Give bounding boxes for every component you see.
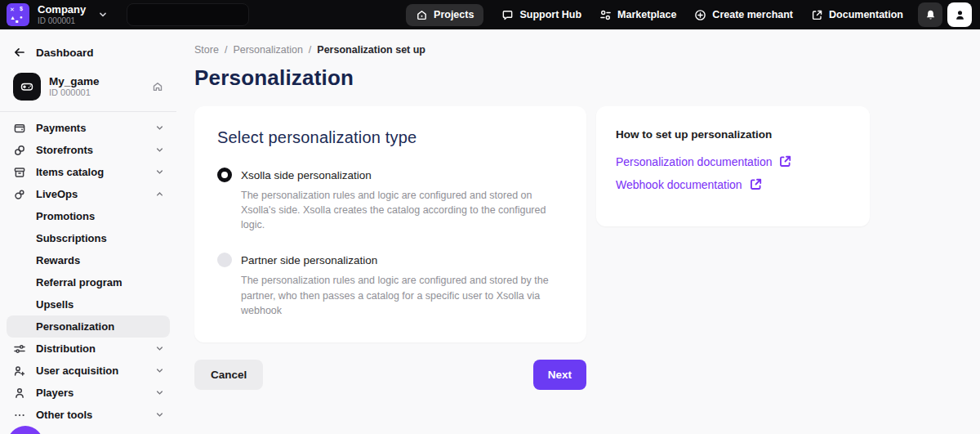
chevron-down-icon xyxy=(154,145,165,155)
chevron-down-icon xyxy=(154,123,165,133)
sidebar-item-upsells[interactable]: Upsells xyxy=(0,293,176,315)
back-label: Dashboard xyxy=(36,47,94,59)
help-heading: How to set up personalization xyxy=(616,128,850,141)
sidebar-item-payments[interactable]: Payments xyxy=(0,117,176,139)
chevron-down-icon xyxy=(154,365,165,376)
nav-create-merchant[interactable]: Create merchant xyxy=(694,9,793,21)
option-label: Xsolla side personalization xyxy=(241,169,372,181)
back-to-dashboard[interactable]: Dashboard xyxy=(0,43,176,62)
home-app-icon xyxy=(416,9,428,21)
nav-label: Support Hub xyxy=(519,9,581,20)
notifications-button[interactable] xyxy=(918,2,942,27)
chain-rings-icon xyxy=(13,188,26,201)
project-avatar xyxy=(13,73,41,101)
company-id: ID 000001 xyxy=(38,16,86,25)
nav-label: Documentation xyxy=(829,9,903,20)
chevron-up-icon xyxy=(154,189,165,199)
sidebar-item-label: User acquisition xyxy=(36,365,118,377)
chevron-down-icon[interactable] xyxy=(97,9,109,20)
chevron-down-icon xyxy=(154,387,165,398)
sidebar-item-promotions[interactable]: Promotions xyxy=(0,205,176,227)
option-description: The personalization rules and logic are … xyxy=(241,188,564,232)
bell-icon xyxy=(924,9,937,21)
sidebar-item-distribution[interactable]: Distribution xyxy=(0,338,176,360)
chevron-down-icon xyxy=(154,343,165,354)
external-link-icon xyxy=(749,177,763,191)
person-icon xyxy=(954,9,966,21)
link-label: Webhook documentation xyxy=(616,178,742,191)
external-link-icon xyxy=(811,9,823,21)
chain-rings-icon xyxy=(13,144,26,157)
sidebar-subitem-label: Subscriptions xyxy=(36,232,107,244)
page-title: Personalization xyxy=(194,65,980,91)
sidebar: Dashboard My_game ID 000001 Payments Sto… xyxy=(0,29,176,434)
external-link-icon xyxy=(778,154,792,168)
sidebar-item-items-catalog[interactable]: Items catalog xyxy=(0,161,176,183)
radio-option-partner-side[interactable]: Partner side personalization xyxy=(217,253,564,267)
form-actions: Cancel Next xyxy=(194,360,586,390)
link-label: Personalization documentation xyxy=(616,155,772,168)
wallet-icon xyxy=(13,122,26,135)
sidebar-item-rewards[interactable]: Rewards xyxy=(0,249,176,271)
logo-glyph: ● xyxy=(20,15,23,20)
breadcrumb-personalization[interactable]: Personalization xyxy=(233,44,302,56)
sidebar-item-label: LiveOps xyxy=(36,188,78,200)
logo-glyph: ✕ xyxy=(10,7,15,12)
home-icon[interactable] xyxy=(152,81,163,92)
gamepad-icon xyxy=(20,79,34,94)
nav-documentation[interactable]: Documentation xyxy=(811,9,903,21)
sidebar-item-liveops[interactable]: LiveOps xyxy=(0,183,176,205)
radio-selected-icon[interactable] xyxy=(217,168,232,182)
filter-list-icon xyxy=(599,9,612,21)
nav-projects[interactable]: Projects xyxy=(406,4,483,26)
logo-glyph: ▲ xyxy=(10,15,16,20)
nav-label: Projects xyxy=(434,9,474,20)
ellipsis-icon xyxy=(13,409,26,422)
sidebar-divider xyxy=(0,111,176,112)
breadcrumb-store[interactable]: Store xyxy=(194,44,219,56)
company-switcher[interactable]: Company ID 000001 xyxy=(38,4,86,25)
webhook-documentation-link[interactable]: Webhook documentation xyxy=(616,177,850,191)
topbar-search-box[interactable] xyxy=(127,3,249,26)
sidebar-item-label: Distribution xyxy=(36,342,96,355)
sidebar-item-personalization[interactable]: Personalization xyxy=(7,315,170,338)
breadcrumb-separator: / xyxy=(309,44,311,56)
sidebar-item-user-acquisition[interactable]: User acquisition xyxy=(0,360,176,382)
chevron-down-icon xyxy=(154,409,165,420)
account-button[interactable] xyxy=(947,2,972,27)
sidebar-item-label: Players xyxy=(36,387,74,399)
nav-label: Create merchant xyxy=(712,9,793,20)
sidebar-item-referral-program[interactable]: Referral program xyxy=(0,271,176,293)
breadcrumb: Store / Personalization / Personalizatio… xyxy=(194,44,980,56)
project-id: ID 000001 xyxy=(49,87,100,98)
sidebar-item-storefronts[interactable]: Storefronts xyxy=(0,139,176,161)
option-label: Partner side personalization xyxy=(241,254,377,266)
person-icon xyxy=(13,387,26,400)
project-info: My_game ID 000001 xyxy=(49,75,100,98)
sidebar-subitem-label: Personalization xyxy=(36,320,114,333)
nav-marketplace[interactable]: Marketplace xyxy=(599,9,676,21)
sidebar-item-subscriptions[interactable]: Subscriptions xyxy=(0,227,176,249)
card-heading: Select personalization type xyxy=(217,128,564,147)
topbar: ✕ $ ▲ ● ■ Company ID 000001 Projects Sup… xyxy=(0,0,980,29)
topbar-nav: Projects Support Hub Marketplace Create … xyxy=(406,4,903,26)
sidebar-item-other-tools[interactable]: Other tools xyxy=(0,404,176,426)
nav-support-hub[interactable]: Support Hub xyxy=(501,9,581,21)
logo-glyph: $ xyxy=(20,6,23,11)
radio-option-xsolla-side[interactable]: Xsolla side personalization xyxy=(217,168,564,182)
help-card: How to set up personalization Personaliz… xyxy=(596,106,870,226)
personalization-documentation-link[interactable]: Personalization documentation xyxy=(616,154,850,168)
chat-bubble-icon xyxy=(501,9,514,21)
breadcrumb-separator: / xyxy=(225,44,227,56)
logo-glyph: ■ xyxy=(16,19,19,25)
sliders-icon xyxy=(13,342,26,356)
arrow-left-icon xyxy=(13,46,26,59)
project-switcher[interactable]: My_game ID 000001 xyxy=(0,72,176,101)
nav-label: Marketplace xyxy=(617,9,676,20)
sidebar-item-label: Storefronts xyxy=(36,144,93,156)
next-button[interactable]: Next xyxy=(533,360,586,390)
sidebar-item-players[interactable]: Players xyxy=(0,382,176,404)
xsolla-logo[interactable]: ✕ $ ▲ ● ■ xyxy=(7,3,29,26)
cancel-button[interactable]: Cancel xyxy=(194,360,263,390)
radio-unselected-icon[interactable] xyxy=(217,253,232,267)
